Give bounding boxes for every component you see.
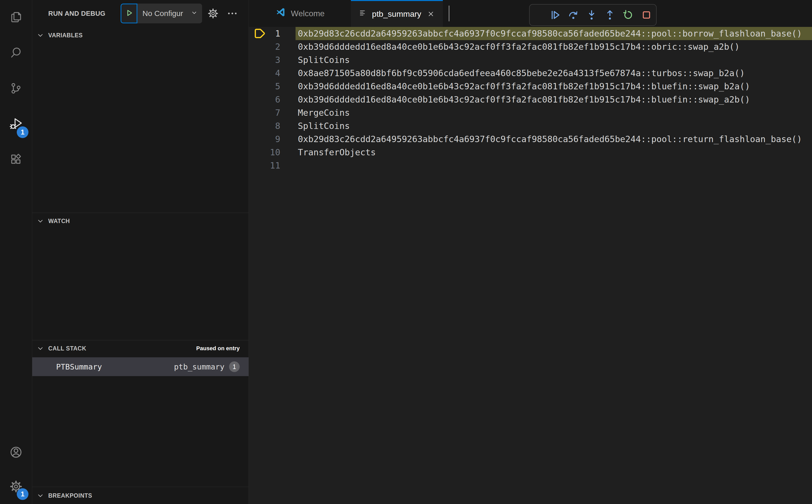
file-lines-icon — [358, 9, 367, 19]
restart-button[interactable] — [622, 9, 634, 21]
code-line[interactable]: 6 0xb39d6dddedd16ed8a40ce0b1e6b43c92acf0… — [249, 93, 812, 106]
activity-item-explorer[interactable] — [0, 0, 32, 36]
start-debug-button[interactable] — [121, 4, 137, 23]
breakpoints-section-header[interactable]: BREAKPOINTS — [32, 488, 248, 503]
chevron-down-icon — [37, 32, 44, 39]
code-line[interactable]: 9 0xb29d83c26cdd2a64959263abbcfc4a6937f0… — [249, 132, 812, 146]
section-divider — [32, 487, 248, 487]
code-text: SplitCoins — [295, 53, 812, 66]
code-text: MergeCoins — [295, 106, 812, 119]
line-number: 4 — [249, 66, 280, 80]
step-out-button[interactable] — [604, 9, 616, 21]
code-line[interactable]: 11 — [249, 159, 812, 172]
frame-name: PTBSummary — [56, 362, 102, 371]
tab-drag-indicator — [449, 6, 450, 21]
code-text: 0xb29d83c26cdd2a64959263abbcfc4a6937f0c9… — [295, 132, 812, 146]
code-line[interactable]: 10 TransferObjects — [249, 146, 812, 159]
frame-file: ptb_summary — [174, 362, 224, 371]
line-number: 8 — [249, 119, 280, 132]
continue-button[interactable] — [549, 9, 561, 21]
current-line-arrow-icon — [254, 28, 267, 40]
activity-item-extensions[interactable] — [0, 142, 32, 178]
chevron-down-icon — [191, 9, 197, 18]
debug-settings-gear-button[interactable] — [206, 0, 220, 27]
vscode-logo-icon — [275, 7, 286, 20]
variables-section-header[interactable]: VARIABLES — [32, 27, 248, 43]
account-icon — [9, 445, 23, 460]
activity-bar: 1 — [0, 0, 32, 504]
search-icon — [9, 46, 23, 60]
code-line[interactable]: 3 SplitCoins — [249, 53, 812, 66]
frame-badge: 1 — [229, 361, 240, 372]
call-stack-section-header[interactable]: CALL STACK Paused on entry — [32, 341, 248, 356]
call-stack-frame-row[interactable]: PTBSummary ptb_summary 1 — [32, 357, 248, 376]
section-divider — [32, 213, 248, 213]
code-line[interactable]: 1 0xb29d83c26cdd2a64959263abbcfc4a6937f0… — [249, 27, 812, 40]
stop-button[interactable] — [640, 9, 653, 21]
line-number: 9 — [249, 132, 280, 146]
code-text: 0xb39d6dddedd16ed8a40ce0b1e6b43c92acf0ff… — [295, 80, 812, 93]
code-area[interactable]: 1 0xb29d83c26cdd2a64959263abbcfc4a6937f0… — [249, 27, 812, 172]
chevron-down-icon — [37, 492, 44, 499]
debug-toolbar — [529, 4, 657, 26]
code-line[interactable]: 4 0x8ae871505a80d8bf6bf9c05906cda6edfeea… — [249, 66, 812, 80]
watch-section-header[interactable]: WATCH — [32, 213, 248, 229]
editor-group: Welcome ptb_summary — [249, 0, 812, 504]
play-icon — [125, 9, 133, 18]
line-number: 7 — [249, 106, 280, 119]
code-text: TransferObjects — [295, 146, 812, 159]
run-debug-sidebar: RUN AND DEBUG No Configur — [32, 0, 249, 504]
tab-welcome[interactable]: Welcome — [249, 0, 351, 27]
debug-badge: 1 — [17, 126, 28, 138]
sidebar-header: RUN AND DEBUG No Configur — [32, 0, 248, 27]
activity-item-account[interactable] — [0, 435, 32, 470]
launch-config-group: No Configur — [121, 4, 202, 23]
activity-item-source-control[interactable] — [0, 71, 32, 107]
config-dropdown[interactable]: No Configur — [137, 4, 202, 23]
tab-label: Welcome — [291, 9, 325, 18]
code-text — [295, 159, 812, 172]
chevron-down-icon — [37, 345, 44, 352]
activity-item-settings[interactable]: 1 — [0, 470, 32, 504]
extensions-icon — [9, 153, 23, 167]
chevron-down-icon — [37, 217, 44, 225]
close-icon[interactable] — [426, 9, 436, 19]
line-number: 6 — [249, 93, 280, 106]
tab-ptb-summary[interactable]: ptb_summary — [351, 0, 443, 27]
step-into-button[interactable] — [586, 9, 598, 21]
explorer-icon — [9, 11, 23, 25]
code-text: 0xb39d6dddedd16ed8a40ce0b1e6b43c92acf0ff… — [295, 93, 812, 106]
code-text: 0x8ae871505a80d8bf6bf9c05906cda6edfeea46… — [295, 66, 812, 80]
more-actions-button[interactable] — [225, 0, 239, 27]
code-line[interactable]: 7 MergeCoins — [249, 106, 812, 119]
code-line[interactable]: 8 SplitCoins — [249, 119, 812, 132]
code-text: SplitCoins — [295, 119, 812, 132]
code-text: 0xb29d83c26cdd2a64959263abbcfc4a6937f0c9… — [295, 27, 812, 40]
source-control-icon — [9, 82, 23, 96]
line-number: 10 — [249, 146, 280, 159]
config-dropdown-label: No Configur — [142, 9, 183, 18]
sidebar-title: RUN AND DEBUG — [48, 0, 105, 27]
line-number: 5 — [249, 80, 280, 93]
settings-badge: 1 — [17, 488, 28, 500]
step-over-button[interactable] — [567, 9, 580, 21]
line-number: 11 — [249, 159, 280, 172]
line-number: 2 — [249, 40, 280, 53]
section-divider — [32, 340, 248, 340]
code-text: 0xb39d6dddedd16ed8a40ce0b1e6b43c92acf0ff… — [295, 40, 812, 53]
tab-label: ptb_summary — [372, 9, 421, 19]
paused-status: Paused on entry — [196, 345, 240, 352]
toolbar-drag-handle[interactable] — [535, 9, 543, 21]
activity-item-run-debug[interactable]: 1 — [0, 107, 32, 142]
code-line[interactable]: 2 0xb39d6dddedd16ed8a40ce0b1e6b43c92acf0… — [249, 40, 812, 53]
code-line[interactable]: 5 0xb39d6dddedd16ed8a40ce0b1e6b43c92acf0… — [249, 80, 812, 93]
line-number: 3 — [249, 53, 280, 66]
activity-item-search[interactable] — [0, 36, 32, 71]
